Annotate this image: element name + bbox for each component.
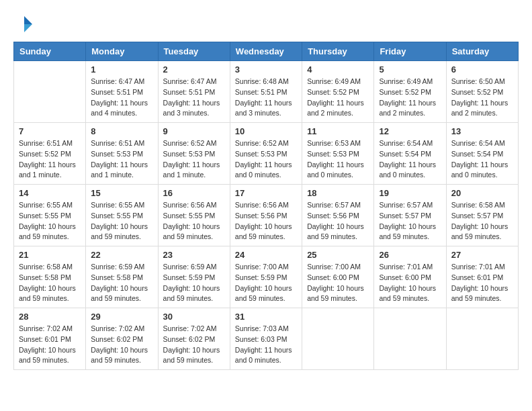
calendar-cell: 6Sunrise: 6:50 AMSunset: 5:52 PMDaylight… [446,61,518,123]
day-info: Sunrise: 6:58 AMSunset: 5:58 PMDaylight:… [19,262,81,304]
header-sunday: Sunday [14,42,86,61]
week-row-5: 28Sunrise: 7:02 AMSunset: 6:01 PMDayligh… [14,308,519,370]
day-info: Sunrise: 7:02 AMSunset: 6:01 PMDaylight:… [19,324,81,366]
header-tuesday: Tuesday [158,42,230,61]
day-number: 10 [235,126,297,136]
day-number: 12 [379,126,441,136]
calendar-cell: 17Sunrise: 6:56 AMSunset: 5:56 PMDayligh… [230,185,302,246]
svg-marker-0 [24,16,32,24]
calendar-cell [374,308,446,370]
logo-icon [13,13,35,35]
logo [13,13,39,35]
day-number: 26 [379,250,441,260]
week-row-3: 14Sunrise: 6:55 AMSunset: 5:55 PMDayligh… [14,185,519,246]
day-info: Sunrise: 6:51 AMSunset: 5:53 PMDaylight:… [91,138,152,181]
calendar-cell: 24Sunrise: 7:00 AMSunset: 5:59 PMDayligh… [230,246,302,308]
calendar-cell [302,308,374,370]
day-number: 6 [451,64,513,75]
day-info: Sunrise: 6:56 AMSunset: 5:55 PMDaylight:… [163,200,225,242]
calendar-cell: 11Sunrise: 6:53 AMSunset: 5:53 PMDayligh… [302,123,374,185]
calendar-cell: 13Sunrise: 6:54 AMSunset: 5:54 PMDayligh… [446,123,518,185]
day-info: Sunrise: 6:53 AMSunset: 5:53 PMDaylight:… [307,138,369,181]
day-number: 1 [91,64,152,75]
day-number: 20 [451,188,513,198]
header-saturday: Saturday [446,42,518,61]
day-info: Sunrise: 7:01 AMSunset: 6:01 PMDaylight:… [451,262,513,304]
calendar-cell: 28Sunrise: 7:02 AMSunset: 6:01 PMDayligh… [14,308,86,370]
calendar-cell: 19Sunrise: 6:57 AMSunset: 5:57 PMDayligh… [374,185,446,246]
calendar-cell: 4Sunrise: 6:49 AMSunset: 5:52 PMDaylight… [302,61,374,123]
day-number: 16 [163,188,225,198]
day-number: 14 [19,188,81,198]
header-friday: Friday [374,42,446,61]
calendar-cell: 5Sunrise: 6:49 AMSunset: 5:52 PMDaylight… [374,61,446,123]
calendar-header: Sunday Monday Tuesday Wednesday Thursday… [14,42,519,61]
calendar-cell: 9Sunrise: 6:52 AMSunset: 5:53 PMDaylight… [158,123,230,185]
calendar-cell: 2Sunrise: 6:47 AMSunset: 5:51 PMDaylight… [158,61,230,123]
day-info: Sunrise: 6:58 AMSunset: 5:57 PMDaylight:… [451,200,513,242]
day-info: Sunrise: 6:57 AMSunset: 5:57 PMDaylight:… [379,200,441,242]
day-number: 7 [19,126,81,136]
calendar-cell: 12Sunrise: 6:54 AMSunset: 5:54 PMDayligh… [374,123,446,185]
day-number: 21 [19,250,81,260]
day-info: Sunrise: 7:00 AMSunset: 6:00 PMDaylight:… [307,262,369,304]
calendar-cell: 23Sunrise: 6:59 AMSunset: 5:59 PMDayligh… [158,246,230,308]
calendar-cell: 21Sunrise: 6:58 AMSunset: 5:58 PMDayligh… [14,246,86,308]
week-row-1: 1Sunrise: 6:47 AMSunset: 5:51 PMDaylight… [14,61,519,123]
calendar-cell: 8Sunrise: 6:51 AMSunset: 5:53 PMDaylight… [86,123,158,185]
calendar-cell: 31Sunrise: 7:03 AMSunset: 6:03 PMDayligh… [230,308,302,370]
header-row: Sunday Monday Tuesday Wednesday Thursday… [14,42,519,61]
header-wednesday: Wednesday [230,42,302,61]
day-info: Sunrise: 6:47 AMSunset: 5:51 PMDaylight:… [163,77,225,119]
day-info: Sunrise: 7:03 AMSunset: 6:03 PMDaylight:… [235,324,297,366]
day-number: 2 [163,64,225,75]
day-number: 15 [91,188,152,198]
day-number: 3 [235,64,297,75]
day-number: 17 [235,188,297,198]
day-number: 13 [451,126,513,136]
day-info: Sunrise: 6:50 AMSunset: 5:52 PMDaylight:… [451,77,513,119]
calendar-cell: 30Sunrise: 7:02 AMSunset: 6:02 PMDayligh… [158,308,230,370]
day-number: 4 [307,64,369,75]
week-row-2: 7Sunrise: 6:51 AMSunset: 5:52 PMDaylight… [14,123,519,185]
calendar-cell: 3Sunrise: 6:48 AMSunset: 5:51 PMDaylight… [230,61,302,123]
day-number: 28 [19,312,81,322]
day-info: Sunrise: 6:55 AMSunset: 5:55 PMDaylight:… [19,200,81,242]
calendar-body: 1Sunrise: 6:47 AMSunset: 5:51 PMDaylight… [14,61,519,370]
day-info: Sunrise: 6:47 AMSunset: 5:51 PMDaylight:… [91,77,152,119]
day-number: 30 [163,312,225,322]
calendar-cell: 1Sunrise: 6:47 AMSunset: 5:51 PMDaylight… [86,61,158,123]
calendar-cell: 27Sunrise: 7:01 AMSunset: 6:01 PMDayligh… [446,246,518,308]
day-number: 9 [163,126,225,136]
calendar-table: Sunday Monday Tuesday Wednesday Thursday… [13,42,519,370]
day-info: Sunrise: 6:54 AMSunset: 5:54 PMDaylight:… [451,138,513,181]
calendar-cell: 16Sunrise: 6:56 AMSunset: 5:55 PMDayligh… [158,185,230,246]
day-number: 11 [307,126,369,136]
day-info: Sunrise: 6:52 AMSunset: 5:53 PMDaylight:… [163,138,225,181]
day-number: 8 [91,126,152,136]
day-info: Sunrise: 6:54 AMSunset: 5:54 PMDaylight:… [379,138,441,181]
day-info: Sunrise: 6:57 AMSunset: 5:56 PMDaylight:… [307,200,369,242]
day-info: Sunrise: 6:55 AMSunset: 5:55 PMDaylight:… [91,200,152,242]
day-info: Sunrise: 6:49 AMSunset: 5:52 PMDaylight:… [379,77,441,119]
day-number: 18 [307,188,369,198]
calendar-cell: 26Sunrise: 7:01 AMSunset: 6:00 PMDayligh… [374,246,446,308]
day-number: 5 [379,64,441,75]
day-info: Sunrise: 7:00 AMSunset: 5:59 PMDaylight:… [235,262,297,304]
day-info: Sunrise: 6:56 AMSunset: 5:56 PMDaylight:… [235,200,297,242]
day-info: Sunrise: 7:02 AMSunset: 6:02 PMDaylight:… [91,324,152,366]
day-info: Sunrise: 6:59 AMSunset: 5:59 PMDaylight:… [163,262,225,304]
day-number: 25 [307,250,369,260]
day-number: 22 [91,250,152,260]
calendar-cell: 18Sunrise: 6:57 AMSunset: 5:56 PMDayligh… [302,185,374,246]
day-number: 23 [163,250,225,260]
calendar-cell: 7Sunrise: 6:51 AMSunset: 5:52 PMDaylight… [14,123,86,185]
day-info: Sunrise: 6:59 AMSunset: 5:58 PMDaylight:… [91,262,152,304]
calendar-cell: 14Sunrise: 6:55 AMSunset: 5:55 PMDayligh… [14,185,86,246]
calendar-cell [446,308,518,370]
header-thursday: Thursday [302,42,374,61]
calendar-cell [14,61,86,123]
calendar-cell: 10Sunrise: 6:52 AMSunset: 5:53 PMDayligh… [230,123,302,185]
calendar-cell: 22Sunrise: 6:59 AMSunset: 5:58 PMDayligh… [86,246,158,308]
header-monday: Monday [86,42,158,61]
